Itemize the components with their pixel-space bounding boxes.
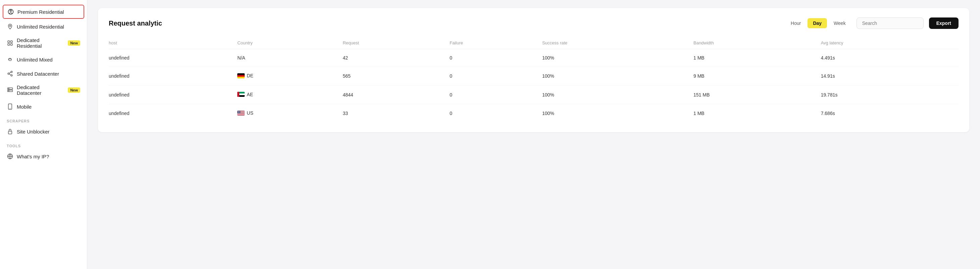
infinity-icon [7, 56, 13, 63]
svg-rect-5 [8, 44, 10, 45]
sidebar-item-dedicated-datacenter[interactable]: Dedicated Datacenter New [0, 81, 87, 99]
sidebar-item-label: Dedicated Residential [17, 37, 63, 49]
svg-point-48 [239, 112, 240, 112]
svg-point-14 [9, 88, 10, 89]
sidebar-item-dedicated-residential[interactable]: Dedicated Residential New [0, 34, 87, 53]
export-button[interactable]: Export [929, 18, 959, 29]
cell-request: 565 [343, 67, 450, 86]
time-filter-group: Hour Day Week [785, 18, 851, 28]
svg-point-49 [240, 112, 240, 112]
col-failure: Failure [450, 37, 542, 49]
svg-point-43 [239, 111, 239, 112]
sidebar-item-label: What's my IP? [17, 154, 49, 159]
sidebar-item-unlimited-mixed[interactable]: Unlimited Mixed [0, 53, 87, 67]
svg-point-40 [240, 111, 240, 111]
cell-bandwidth: 1 MB [694, 104, 821, 123]
cell-bandwidth: 9 MB [694, 67, 821, 86]
cell-avg-latency: 19.781s [821, 85, 959, 104]
sidebar-item-label: Shared Datacenter [17, 71, 59, 77]
svg-rect-22 [237, 75, 245, 77]
cell-bandwidth: 1 MB [694, 49, 821, 67]
svg-point-47 [239, 112, 239, 112]
analytics-card: Request analytic Hour Day Week Export ho… [98, 8, 969, 132]
col-bandwidth: Bandwidth [694, 37, 821, 49]
hour-filter-button[interactable]: Hour [785, 18, 806, 28]
svg-rect-32 [237, 113, 245, 114]
country-flag: DE [237, 73, 253, 78]
cell-country: AE [237, 85, 343, 104]
svg-rect-34 [237, 115, 245, 115]
svg-rect-18 [8, 131, 12, 134]
svg-point-39 [239, 111, 240, 111]
sidebar-item-shared-datacenter[interactable]: Shared Datacenter [0, 67, 87, 81]
cell-avg-latency: 7.686s [821, 104, 959, 123]
cell-failure: 0 [450, 85, 542, 104]
svg-point-50 [238, 112, 238, 113]
cell-success-rate: 100% [542, 49, 694, 67]
col-host: host [109, 37, 237, 49]
svg-rect-23 [237, 77, 245, 78]
share-icon [7, 70, 13, 77]
sidebar-item-label: Dedicated Datacenter [17, 85, 63, 96]
sidebar-item-whats-my-ip[interactable]: What's my IP? [0, 149, 87, 163]
search-input[interactable] [856, 18, 924, 29]
sidebar-item-premium-residential[interactable]: Premium Residential [3, 5, 84, 19]
cell-host: undefined [109, 49, 237, 67]
svg-point-44 [240, 111, 240, 112]
sidebar-item-unlimited-residential[interactable]: Unlimited Residential [0, 19, 87, 34]
cell-country: DE [237, 67, 343, 86]
cell-host: undefined [109, 85, 237, 104]
cell-success-rate: 100% [542, 85, 694, 104]
new-badge: New [68, 40, 80, 46]
sidebar: Premium Residential Unlimited Residentia… [0, 0, 87, 269]
svg-rect-33 [237, 114, 245, 114]
server-icon [7, 87, 13, 93]
cell-country: US [237, 104, 343, 123]
country-flag: AE [237, 92, 253, 97]
svg-rect-27 [237, 92, 239, 97]
svg-point-2 [10, 25, 11, 27]
week-filter-button[interactable]: Week [828, 18, 851, 28]
lock-icon [7, 128, 13, 135]
svg-line-11 [9, 72, 11, 73]
cell-request: 33 [343, 104, 450, 123]
sidebar-item-label: Unlimited Residential [17, 24, 64, 30]
sidebar-item-label: Mobile [17, 104, 32, 110]
table-row: undefined N/A 42 0 100% 1 MB 4.491s [109, 49, 959, 67]
person-circle-icon [7, 8, 14, 15]
cell-host: undefined [109, 104, 237, 123]
svg-rect-6 [11, 44, 13, 45]
svg-point-37 [238, 111, 239, 111]
svg-rect-21 [237, 73, 245, 75]
new-badge: New [68, 87, 80, 93]
sidebar-item-mobile[interactable]: Mobile [0, 99, 87, 114]
tools-section-label: TOOLS [0, 139, 87, 149]
scrapers-section-label: SCRAPERS [0, 114, 87, 125]
svg-point-1 [10, 10, 12, 12]
cell-request: 4844 [343, 85, 450, 104]
table-header-row: host Country Request Failure Success rat… [109, 37, 959, 49]
analytics-title: Request analytic [109, 19, 780, 27]
cell-country: N/A [237, 49, 343, 67]
cell-failure: 0 [450, 67, 542, 86]
svg-line-10 [9, 74, 11, 75]
country-flag: US [237, 110, 253, 116]
sidebar-item-site-unblocker[interactable]: Site Unblocker [0, 125, 87, 139]
sidebar-item-label: Premium Residential [18, 9, 64, 15]
svg-point-38 [239, 111, 239, 111]
col-country: Country [237, 37, 343, 49]
globe-icon [7, 153, 13, 160]
cell-host: undefined [109, 67, 237, 86]
svg-point-51 [239, 112, 239, 113]
svg-point-15 [9, 91, 10, 91]
cell-success-rate: 100% [542, 67, 694, 86]
col-success-rate: Success rate [542, 37, 694, 49]
cell-failure: 0 [450, 104, 542, 123]
day-filter-button[interactable]: Day [808, 18, 827, 28]
sidebar-item-label: Unlimited Mixed [17, 57, 53, 62]
svg-point-46 [238, 112, 239, 112]
phone-icon [7, 103, 13, 110]
cell-bandwidth: 151 MB [694, 85, 821, 104]
location-pin-icon [7, 23, 13, 30]
sidebar-item-label: Site Unblocker [17, 129, 50, 134]
